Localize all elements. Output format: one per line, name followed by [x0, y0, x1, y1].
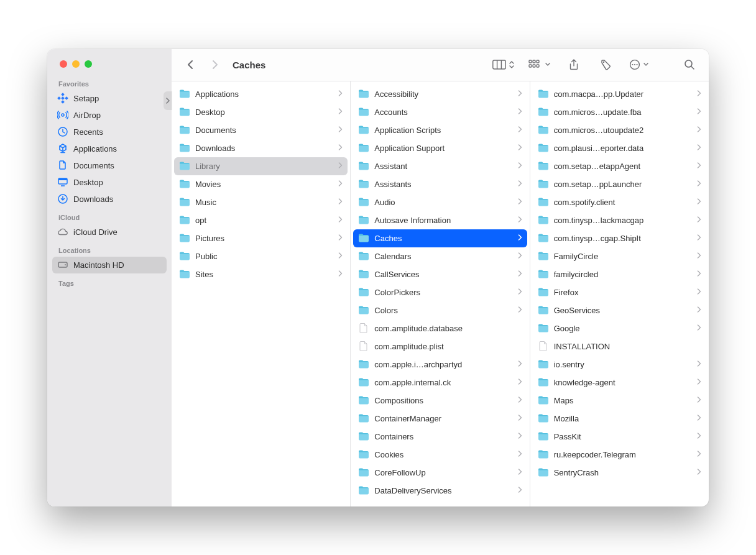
- chevron-right-icon: [338, 90, 343, 98]
- list-row[interactable]: Accounts: [353, 103, 527, 121]
- folder-icon: [358, 106, 369, 117]
- list-row[interactable]: Music: [174, 193, 348, 211]
- list-row[interactable]: Maps: [533, 392, 706, 410]
- list-row[interactable]: Containers: [353, 428, 527, 446]
- action-button[interactable]: [629, 55, 649, 74]
- list-row[interactable]: com.amplitude.plist: [353, 337, 527, 355]
- list-row-label: Colors: [374, 306, 512, 315]
- list-row[interactable]: ContainerManager: [353, 410, 527, 428]
- list-row[interactable]: PassKit: [533, 428, 706, 446]
- list-row[interactable]: Firefox: [533, 283, 706, 301]
- list-row[interactable]: Applications: [174, 85, 348, 103]
- list-row[interactable]: CoreFollowUp: [353, 464, 527, 482]
- list-row[interactable]: com.macpa…pp.Updater: [533, 85, 706, 103]
- list-row[interactable]: DataDeliveryServices: [353, 482, 527, 500]
- list-row[interactable]: knowledge-agent: [533, 374, 706, 392]
- svg-point-22: [603, 62, 604, 63]
- sidebar-item-desktop[interactable]: Desktop: [52, 174, 167, 191]
- back-button[interactable]: [182, 55, 200, 74]
- list-row[interactable]: com.setap…ppLauncher: [533, 175, 706, 193]
- minimize-window-button[interactable]: [72, 60, 80, 68]
- list-row[interactable]: Google: [533, 319, 706, 337]
- svg-rect-3: [65, 96, 68, 100]
- list-row[interactable]: Colors: [353, 301, 527, 319]
- list-row[interactable]: Cookies: [353, 446, 527, 464]
- list-row-label: com.spotify.client: [554, 198, 692, 207]
- sidebar-item-documents[interactable]: Documents: [52, 157, 167, 174]
- list-row[interactable]: ru.keepcoder.Telegram: [533, 446, 706, 464]
- group-button[interactable]: [528, 55, 551, 74]
- list-row[interactable]: Assistants: [353, 175, 527, 193]
- list-row[interactable]: INSTALLATION: [533, 337, 706, 355]
- list-row[interactable]: GeoServices: [533, 301, 706, 319]
- list-row[interactable]: com.setap…etappAgent: [533, 157, 706, 175]
- list-row[interactable]: com.spotify.client: [533, 193, 706, 211]
- list-row[interactable]: Autosave Information: [353, 211, 527, 229]
- list-row[interactable]: Accessibility: [353, 85, 527, 103]
- list-row[interactable]: com.apple.internal.ck: [353, 374, 527, 392]
- list-row[interactable]: Assistant: [353, 157, 527, 175]
- zoom-window-button[interactable]: [85, 60, 92, 68]
- column-0[interactable]: ApplicationsDesktopDocumentsDownloadsLib…: [172, 81, 351, 507]
- list-row[interactable]: Desktop: [174, 103, 348, 121]
- column-1[interactable]: AccessibilityAccountsApplication Scripts…: [351, 81, 530, 507]
- folder-icon: [538, 323, 549, 334]
- column-2[interactable]: com.macpa…pp.Updatercom.micros…update.fb…: [530, 81, 709, 507]
- folder-icon: [538, 88, 549, 99]
- list-row[interactable]: com.micros…utoupdate2: [533, 121, 706, 139]
- sidebar-item-macintosh-hd[interactable]: Macintosh HD: [52, 257, 167, 273]
- list-row[interactable]: Application Support: [353, 139, 527, 157]
- list-row-label: Accounts: [374, 108, 512, 117]
- list-row[interactable]: com.micros…update.fba: [533, 103, 706, 121]
- sidebar-item-setapp[interactable]: Setapp: [52, 90, 167, 107]
- list-row[interactable]: Sites: [174, 265, 348, 283]
- sidebar-expand-icon[interactable]: [164, 91, 172, 110]
- list-row-label: INSTALLATION: [554, 342, 701, 351]
- folder-icon: [358, 88, 369, 99]
- folder-icon: [538, 142, 549, 154]
- sidebar-item-airdrop[interactable]: AirDrop: [52, 107, 167, 124]
- list-row[interactable]: Audio: [353, 193, 527, 211]
- share-button[interactable]: [565, 55, 583, 74]
- sidebar-item-label: Recents: [73, 127, 103, 137]
- chevron-right-icon: [518, 216, 522, 224]
- close-window-button[interactable]: [60, 60, 67, 68]
- chevron-right-icon: [518, 180, 522, 188]
- list-row[interactable]: com.amplitude.database: [353, 319, 527, 337]
- list-row[interactable]: CallServices: [353, 265, 527, 283]
- forward-button[interactable]: [205, 55, 224, 74]
- list-row[interactable]: Movies: [174, 175, 348, 193]
- sidebar-item-label: Macintosh HD: [73, 260, 124, 270]
- list-row[interactable]: Calendars: [353, 247, 527, 265]
- sidebar-item-recents[interactable]: Recents: [52, 124, 167, 140]
- list-row[interactable]: com.tinysp…cgap.ShipIt: [533, 229, 706, 247]
- list-row[interactable]: Downloads: [174, 139, 348, 157]
- sidebar-item-icloud-drive[interactable]: iCloud Drive: [52, 224, 167, 241]
- list-row[interactable]: Mozilla: [533, 410, 706, 428]
- chevron-right-icon: [518, 270, 522, 278]
- list-row[interactable]: Public: [174, 247, 348, 265]
- list-row[interactable]: Documents: [174, 121, 348, 139]
- chevron-right-icon: [697, 397, 701, 404]
- list-row[interactable]: Caches: [353, 229, 527, 247]
- sidebar-item-applications[interactable]: Applications: [52, 140, 167, 157]
- search-button[interactable]: [680, 55, 699, 74]
- view-mode-button[interactable]: [492, 55, 515, 74]
- list-row[interactable]: io.sentry: [533, 355, 706, 374]
- list-row[interactable]: com.tinysp…lackmacgap: [533, 211, 706, 229]
- list-row[interactable]: Application Scripts: [353, 121, 527, 139]
- tags-button[interactable]: [597, 55, 615, 74]
- chevron-right-icon: [518, 378, 522, 386]
- list-row[interactable]: com.plausi…eporter.data: [533, 139, 706, 157]
- list-row[interactable]: SentryCrash: [533, 464, 706, 482]
- list-row[interactable]: Library: [174, 157, 348, 175]
- list-row[interactable]: FamilyCircle: [533, 247, 706, 265]
- sidebar-item-downloads[interactable]: Downloads: [52, 191, 167, 208]
- list-row[interactable]: familycircled: [533, 265, 706, 283]
- list-row[interactable]: com.apple.i…archpartyd: [353, 355, 527, 374]
- list-row[interactable]: Pictures: [174, 229, 348, 247]
- list-row[interactable]: opt: [174, 211, 348, 229]
- list-row[interactable]: Compositions: [353, 392, 527, 410]
- list-row[interactable]: ColorPickers: [353, 283, 527, 301]
- folder-icon: [358, 196, 369, 208]
